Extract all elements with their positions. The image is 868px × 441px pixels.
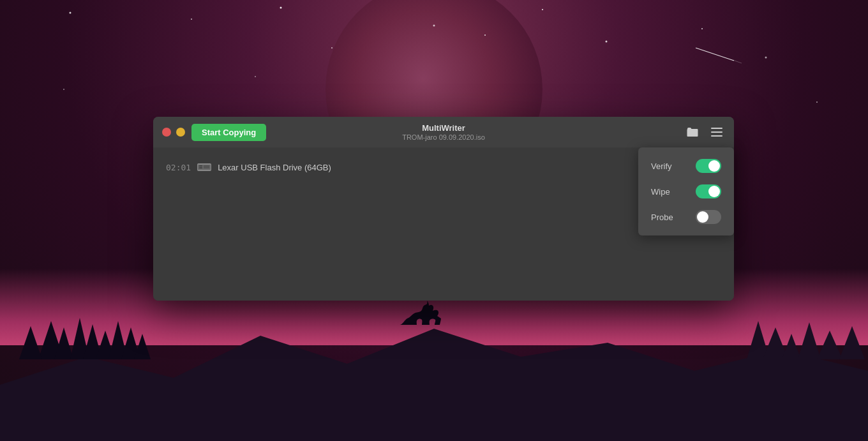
- svg-rect-37: [204, 165, 209, 168]
- app-subtitle: TROM-jaro 09.09.2020.iso: [402, 133, 485, 141]
- app-title: MultiWriter: [402, 123, 485, 133]
- svg-rect-36: [199, 167, 202, 168]
- trees-silhouette-right: [740, 308, 868, 359]
- svg-marker-23: [19, 326, 42, 359]
- probe-label: Probe: [651, 213, 673, 222]
- app-window: Start Copying MultiWriter TROM-jaro 09.0…: [153, 117, 734, 301]
- trees-silhouette: [19, 308, 223, 359]
- svg-line-14: [733, 60, 742, 63]
- probe-knob: [697, 211, 708, 223]
- svg-line-13: [696, 48, 734, 61]
- menu-button[interactable]: [708, 126, 725, 138]
- window-controls: [162, 128, 185, 137]
- menu-icon: [711, 128, 722, 137]
- close-button[interactable]: [162, 128, 171, 137]
- verify-knob: [708, 160, 720, 172]
- svg-point-8: [63, 89, 64, 90]
- start-copying-button[interactable]: Start Copying: [191, 124, 266, 141]
- svg-point-9: [816, 101, 818, 103]
- probe-toggle[interactable]: [696, 210, 721, 224]
- wipe-toggle[interactable]: [696, 184, 721, 198]
- svg-marker-27: [798, 322, 821, 359]
- device-name: Lexar USB Flash Drive (64GB): [218, 163, 331, 172]
- svg-rect-32: [711, 135, 722, 137]
- folder-icon: [687, 127, 698, 137]
- wipe-label: Wipe: [651, 187, 670, 197]
- svg-point-1: [280, 7, 282, 9]
- verify-toggle[interactable]: [696, 159, 721, 173]
- svg-point-0: [70, 12, 71, 14]
- svg-rect-31: [711, 131, 722, 133]
- wipe-row: Wipe: [651, 184, 721, 198]
- svg-point-11: [701, 28, 703, 29]
- svg-point-7: [542, 9, 543, 10]
- svg-marker-29: [839, 326, 865, 359]
- svg-rect-30: [711, 128, 722, 129]
- usb-drive-icon: [197, 161, 211, 173]
- svg-marker-28: [817, 331, 842, 359]
- svg-rect-35: [199, 165, 202, 167]
- open-folder-button[interactable]: [684, 126, 701, 138]
- svg-point-5: [191, 19, 192, 20]
- svg-point-3: [606, 41, 608, 43]
- title-area: MultiWriter TROM-jaro 09.09.2020.iso: [402, 123, 485, 141]
- verify-label: Verify: [651, 161, 672, 171]
- wipe-knob: [708, 186, 720, 197]
- settings-panel: Verify Wipe Probe: [638, 147, 734, 235]
- svg-marker-26: [782, 334, 801, 359]
- main-content: 02:01 Lexar USB Flash Drive (64GB) Verif…: [153, 147, 734, 301]
- title-bar: Start Copying MultiWriter TROM-jaro 09.0…: [153, 117, 734, 147]
- title-bar-actions: [684, 126, 725, 138]
- svg-point-12: [255, 76, 256, 77]
- svg-point-2: [433, 25, 435, 27]
- svg-point-10: [331, 47, 333, 49]
- svg-point-6: [484, 34, 486, 36]
- minimize-button[interactable]: [176, 128, 185, 137]
- svg-point-4: [765, 57, 767, 59]
- device-number: 02:01: [166, 163, 191, 172]
- probe-row: Probe: [651, 210, 721, 224]
- verify-row: Verify: [651, 159, 721, 173]
- wolf-silhouette: [400, 301, 441, 325]
